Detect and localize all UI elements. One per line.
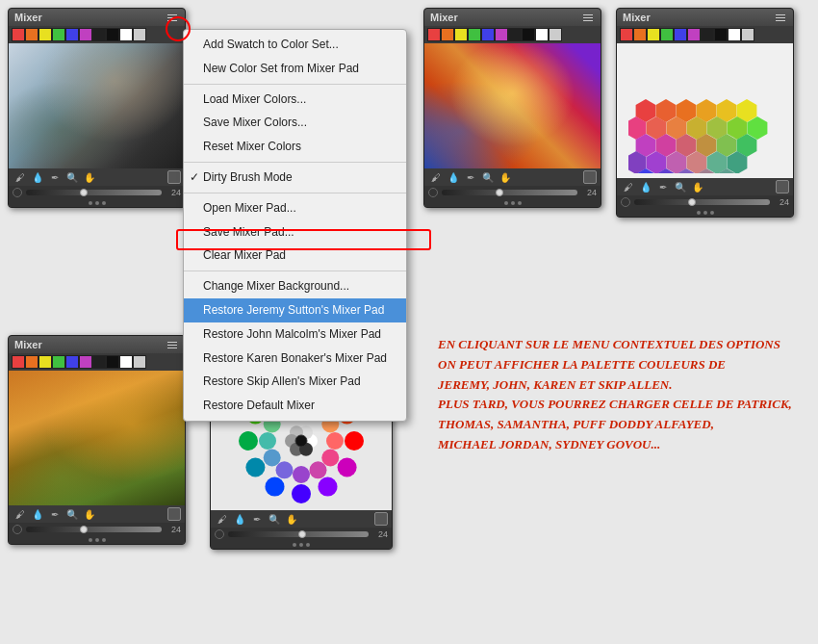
eyedropper-icon-2[interactable]: 💧 (446, 170, 461, 184)
hand-icon-4[interactable]: ✋ (82, 507, 97, 521)
menu-restore-john[interactable]: Restore John Malcolm's Mixer Pad (184, 322, 406, 347)
pen-icon-2[interactable]: ✒ (463, 170, 478, 184)
swatch-lightgray[interactable] (133, 28, 146, 41)
menu-open-pad[interactable]: Open Mixer Pad... (184, 196, 406, 220)
opacity-slider-5[interactable] (228, 531, 369, 537)
swatch-purple[interactable] (79, 28, 92, 41)
swatch-y2[interactable] (454, 28, 468, 41)
mixer-menu-button-3[interactable] (776, 12, 787, 23)
swatch-y3[interactable] (647, 28, 660, 41)
eyedropper-icon-4[interactable]: 💧 (30, 507, 45, 521)
swatch-lg3[interactable] (741, 28, 754, 41)
swatch-black[interactable] (106, 28, 119, 41)
swatch-blue[interactable] (65, 28, 79, 41)
menu-restore-karen[interactable]: Restore Karen Bonaker's Mixer Pad (184, 347, 406, 371)
mixer-menu-button-1[interactable] (167, 12, 179, 23)
eyedropper-icon-3[interactable]: 💧 (638, 180, 653, 193)
zoom-icon-5[interactable]: 🔍 (267, 512, 282, 526)
swatch-b3[interactable] (674, 28, 687, 41)
menu-restore-jeremy[interactable]: Restore Jeremy Sutton's Mixer Pad (184, 298, 406, 322)
swatch-bk4[interactable] (106, 355, 119, 369)
mixer-header-3: Mixer (617, 9, 793, 26)
svg-point-53 (321, 449, 339, 466)
eyedropper-icon-5[interactable]: 💧 (232, 512, 247, 526)
brush-tool-icon[interactable]: 🖌 (13, 170, 28, 184)
swatch-dk4[interactable] (92, 355, 106, 369)
swatch-darkgray[interactable] (92, 28, 106, 41)
pen-icon-3[interactable]: ✒ (655, 180, 671, 193)
swatch-p2[interactable] (495, 28, 508, 41)
brush-tool-icon-3[interactable]: 🖌 (621, 180, 636, 193)
swatch-g3[interactable] (660, 28, 674, 41)
menu-clear-pad[interactable]: Clear Mixer Pad (184, 244, 406, 268)
slider-value-3: 24 (774, 197, 789, 207)
swatch-r4[interactable] (12, 355, 25, 369)
brush-tool-icon-5[interactable]: 🖌 (215, 512, 230, 526)
zoom-icon-3[interactable]: 🔍 (673, 180, 688, 193)
swatch-b4[interactable] (65, 355, 79, 369)
swatch-orange[interactable] (25, 28, 38, 41)
swatch-wh4[interactable] (119, 355, 133, 369)
mixer-canvas-1[interactable] (9, 43, 185, 168)
swatch-b2[interactable] (481, 28, 495, 41)
menu-save-colors[interactable]: Save Mixer Colors... (184, 111, 406, 135)
menu-load-colors[interactable]: Load Mixer Colors... (184, 88, 406, 112)
opacity-slider-1[interactable] (26, 190, 162, 195)
swatch-dk3[interactable] (701, 28, 714, 41)
zoom-icon-2[interactable]: 🔍 (480, 170, 496, 184)
menu-dirty-brush[interactable]: Dirty Brush Mode (184, 166, 406, 190)
swatch-lg2[interactable] (549, 28, 562, 41)
hand-icon-2[interactable]: ✋ (498, 170, 513, 184)
pen-icon[interactable]: ✒ (47, 170, 63, 184)
menu-new-color-set[interactable]: New Color Set from Mixer Pad (184, 57, 406, 81)
swatch-dk2[interactable] (508, 28, 522, 41)
swatch-r3[interactable] (620, 28, 633, 41)
pen-icon-4[interactable]: ✒ (47, 507, 63, 521)
swatch-yellow[interactable] (38, 28, 52, 41)
brush-tool-icon-2[interactable]: 🖌 (428, 170, 444, 184)
swatch-p4[interactable] (79, 355, 92, 369)
swatch-y4[interactable] (38, 355, 52, 369)
mixer-menu-button-2[interactable] (583, 12, 595, 23)
mixer-panel-3: Mixer (616, 8, 794, 218)
menu-change-bg[interactable]: Change Mixer Background... (184, 274, 406, 298)
mixer-canvas-3[interactable] (617, 43, 793, 178)
opacity-slider-3[interactable] (634, 199, 770, 205)
menu-reset-colors[interactable]: Reset Mixer Colors (184, 135, 406, 159)
swatch-red[interactable] (12, 28, 25, 41)
swatch-wh2[interactable] (535, 28, 549, 41)
svg-point-60 (295, 435, 307, 447)
swatch-wh3[interactable] (728, 28, 741, 41)
hand-icon-3[interactable]: ✋ (690, 180, 705, 193)
hand-icon-5[interactable]: ✋ (284, 512, 299, 526)
swatch-o3[interactable] (633, 28, 647, 41)
eyedropper-icon[interactable]: 💧 (30, 170, 45, 184)
brush-tool-icon-4[interactable]: 🖌 (13, 507, 28, 521)
swatch-lg4[interactable] (133, 355, 146, 369)
swatch-g2[interactable] (468, 28, 481, 41)
swatch-r2[interactable] (427, 28, 441, 41)
zoom-icon-4[interactable]: 🔍 (64, 507, 80, 521)
menu-restore-default[interactable]: Restore Default Mixer (184, 394, 406, 418)
menu-restore-skip[interactable]: Restore Skip Allen's Mixer Pad (184, 370, 406, 394)
menu-save-pad[interactable]: Save Mixer Pad... (184, 220, 406, 245)
swatch-white[interactable] (119, 28, 133, 41)
zoom-icon[interactable]: 🔍 (64, 170, 80, 184)
swatch-o2[interactable] (441, 28, 454, 41)
desc-line5: thomas, Samantha, Puff Doddy Alfayed, (438, 415, 792, 435)
menu-add-swatch[interactable]: Add Swatch to Color Set... (184, 33, 406, 57)
mixer-menu-button-4[interactable] (167, 339, 179, 350)
swatch-bk3[interactable] (714, 28, 728, 41)
swatch-green[interactable] (52, 28, 65, 41)
mixer-canvas-2[interactable] (424, 43, 601, 168)
swatch-g4[interactable] (52, 355, 65, 369)
mixer-toolbar-5: 🖌 💧 ✒ 🔍 ✋ (211, 510, 392, 528)
swatch-bk2[interactable] (522, 28, 535, 41)
pen-icon-5[interactable]: ✒ (249, 512, 265, 526)
hand-icon[interactable]: ✋ (82, 170, 97, 184)
mixer-canvas-4[interactable] (9, 371, 185, 505)
swatch-o4[interactable] (25, 355, 38, 369)
swatch-p3[interactable] (687, 28, 701, 41)
opacity-slider-4[interactable] (26, 527, 162, 532)
opacity-slider-2[interactable] (442, 190, 577, 195)
